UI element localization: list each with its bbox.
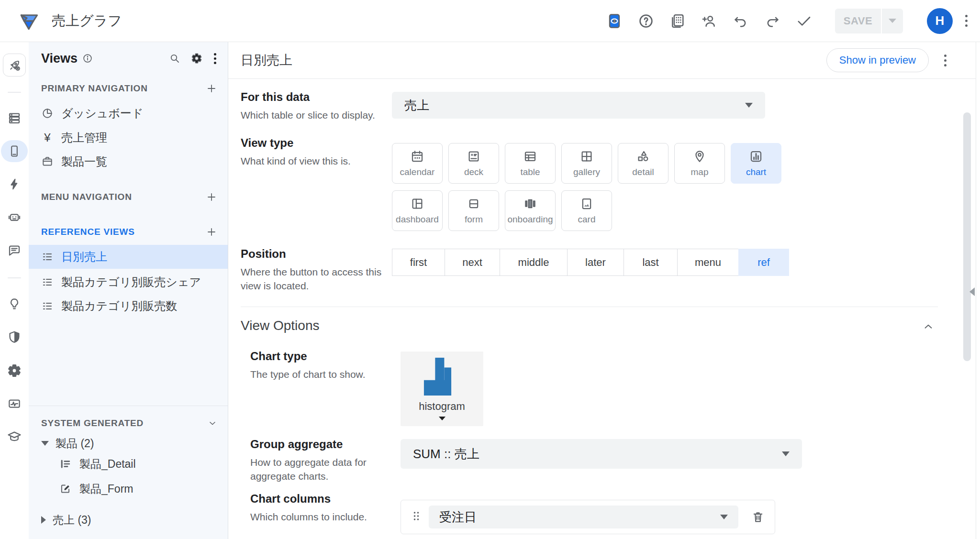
view-type-card[interactable]: card [561, 190, 612, 231]
chevron-down-icon [208, 418, 217, 428]
more-menu-icon[interactable] [213, 52, 217, 65]
search-icon[interactable] [169, 53, 180, 64]
table-select-dropdown[interactable]: 売上 [392, 92, 765, 119]
view-type-form[interactable]: form [448, 190, 499, 231]
tree-group-label: 売上 (3) [53, 513, 91, 528]
view-item-label: 製品_Form [79, 482, 133, 496]
preview-eye-icon[interactable] [603, 10, 625, 32]
reference-views-section: REFERENCE VIEWS [41, 225, 217, 239]
view-item-daily-sales[interactable]: 日別売上 [29, 245, 228, 269]
views-panel-header: Views [41, 48, 217, 69]
feedback-icon[interactable] [7, 243, 22, 258]
view-type-map[interactable]: map [674, 143, 725, 184]
view-options-heading: View Options [241, 318, 319, 333]
info-icon[interactable] [82, 53, 93, 64]
tree-group-products[interactable]: 製品 (2) [29, 433, 228, 454]
topbar-actions: SAVE H [603, 8, 970, 34]
view-type-label: deck [464, 167, 483, 177]
add-user-icon[interactable] [698, 10, 720, 32]
view-type-onboarding[interactable]: onboarding [505, 190, 556, 231]
field-description: Which table or slice to display. [241, 108, 394, 122]
view-type-chart[interactable]: chart [731, 143, 781, 184]
collapse-panel-icon[interactable] [969, 287, 975, 296]
field-title: For this data [241, 90, 394, 104]
view-config-form: For this data Which table or slice to di… [228, 79, 976, 539]
settings-gear-icon[interactable] [191, 53, 202, 64]
view-item-product-form[interactable]: 製品_Form [29, 478, 228, 499]
help-icon[interactable] [635, 10, 657, 32]
view-type-deck[interactable]: deck [448, 143, 499, 184]
data-icon[interactable] [7, 111, 22, 125]
more-menu-icon[interactable] [962, 12, 970, 30]
device-keypad-icon[interactable] [667, 10, 689, 32]
security-icon[interactable] [7, 330, 22, 344]
field-description: Which columns to include. [250, 510, 394, 524]
more-menu-icon[interactable] [941, 52, 949, 69]
rocket-undeployed-icon[interactable] [3, 54, 26, 77]
view-type-table[interactable]: table [505, 143, 556, 184]
automation-icon[interactable] [8, 177, 21, 191]
redo-icon[interactable] [761, 10, 783, 32]
view-type-field-label: View type What kind of view this is. [241, 136, 394, 168]
save-dropdown-button[interactable] [881, 9, 903, 33]
view-type-detail[interactable]: detail [618, 143, 668, 184]
list-view-icon [41, 300, 54, 312]
position-option-later[interactable]: later [567, 249, 624, 276]
tree-group-sales[interactable]: 売上 (3) [29, 509, 228, 530]
view-title: 日別売上 [241, 52, 292, 69]
position-option-first[interactable]: first [392, 249, 445, 276]
view-type-label: detail [632, 167, 654, 177]
view-item-category-share[interactable]: 製品カテゴリ別販売シェア [29, 270, 228, 294]
system-generated-section[interactable]: SYSTEM GENERATED [41, 417, 217, 430]
position-option-middle[interactable]: middle [500, 249, 568, 276]
delete-column-button[interactable] [751, 510, 765, 524]
position-field-label: Position Where the button to access this… [241, 247, 384, 293]
dashboard-icon [410, 197, 424, 211]
app-views-icon[interactable] [1, 140, 28, 162]
view-type-dashboard[interactable]: dashboard [392, 190, 443, 231]
undo-icon[interactable] [730, 10, 752, 32]
pie-chart-icon [41, 107, 54, 120]
view-item-product-detail[interactable]: 製品_Detail [29, 453, 228, 474]
save-button[interactable]: SAVE [835, 9, 881, 33]
view-item-sales-manage[interactable]: ¥ 売上管理 [29, 126, 228, 150]
views-panel: Views PRIMA [29, 42, 228, 539]
add-view-button[interactable] [206, 83, 217, 94]
view-type-calendar[interactable]: calendar [392, 143, 443, 184]
settings-icon[interactable] [7, 363, 22, 378]
chart-column-dropdown[interactable]: 受注日 [429, 506, 738, 528]
learn-icon[interactable] [7, 429, 22, 444]
view-item-product-list[interactable]: 製品一覧 [29, 150, 228, 174]
view-type-gallery[interactable]: gallery [561, 143, 612, 184]
for-this-data-field-label: For this data Which table or slice to di… [241, 90, 394, 122]
triangle-down-icon [41, 441, 49, 446]
dropdown-arrow-icon [720, 515, 728, 519]
form-edit-icon [59, 483, 72, 495]
avatar[interactable]: H [927, 8, 953, 34]
position-option-ref[interactable]: ref [738, 249, 789, 276]
intelligence-icon[interactable] [7, 297, 22, 311]
drag-handle-icon[interactable] [412, 510, 421, 524]
position-option-last[interactable]: last [624, 249, 678, 276]
right-panel-edge [976, 42, 980, 539]
yen-icon: ¥ [41, 131, 54, 144]
show-in-preview-button[interactable]: Show in preview [826, 48, 929, 72]
view-item-dashboard[interactable]: ダッシュボード [29, 101, 228, 125]
manage-icon[interactable] [7, 396, 22, 411]
left-icon-rail [0, 42, 29, 539]
collapse-section-icon[interactable] [922, 320, 935, 333]
vertical-scrollbar[interactable] [963, 112, 971, 361]
add-view-button[interactable] [206, 226, 217, 238]
field-title: Position [241, 247, 384, 261]
view-item-category-count[interactable]: 製品カテゴリ別販売数 [29, 294, 228, 318]
position-option-next[interactable]: next [445, 249, 500, 276]
chart-type-selector[interactable]: histogram [401, 352, 483, 426]
field-description: Where the button to access this view is … [241, 265, 384, 293]
section-divider [241, 307, 938, 307]
position-option-menu[interactable]: menu [677, 249, 739, 276]
chat-apps-icon[interactable] [7, 210, 22, 224]
group-aggregate-dropdown[interactable]: SUM :: 売上 [401, 439, 802, 469]
bar-chart-icon [749, 149, 763, 164]
detail-shapes-icon [636, 149, 650, 164]
add-view-button[interactable] [206, 191, 217, 203]
